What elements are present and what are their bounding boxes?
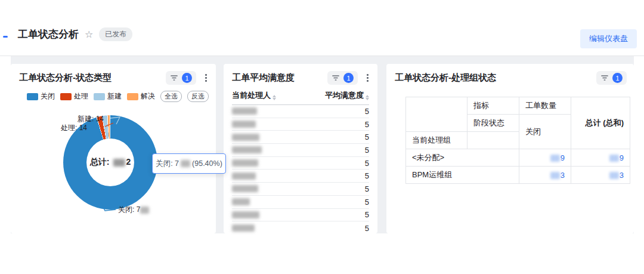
- column-header-score[interactable]: 平均满意度: [325, 90, 369, 101]
- panel2-more-menu[interactable]: [365, 72, 370, 84]
- collapse-dash-icon[interactable]: [3, 36, 8, 38]
- status-badge: 已发布: [99, 27, 132, 41]
- legend-swatch-closed: [27, 93, 38, 100]
- filter-count-badge: 1: [343, 73, 354, 83]
- donut-label-processing: 处理: 14: [61, 123, 87, 133]
- header-current-group: 当前处理组: [406, 132, 467, 149]
- header-indicator: 指标: [467, 97, 519, 115]
- panel-avg-satisfaction: 工单平均满意度 1 当前处理人 平均满意度 5 5 5 5: [224, 64, 377, 233]
- donut-chart[interactable]: [63, 115, 157, 210]
- donut-hole: [86, 138, 134, 186]
- panel3-title: 工单状态分析-处理组状态: [395, 72, 496, 84]
- select-all-button[interactable]: 全选: [160, 91, 182, 102]
- closed-value-cell[interactable]: 9: [519, 149, 571, 167]
- header-stage-status: 阶段状态: [467, 115, 519, 132]
- table-row: BPM运维组 3 3: [406, 167, 630, 184]
- empty-cell: [467, 132, 519, 149]
- donut-label-closed: 关闭: 7: [118, 205, 149, 215]
- table-row[interactable]: 5: [232, 105, 369, 118]
- donut-tooltip: 关闭: 7(95.40%): [152, 153, 226, 174]
- table-row[interactable]: 5: [232, 131, 369, 144]
- favorite-star-icon[interactable]: ☆: [85, 29, 93, 40]
- column-header-person[interactable]: 当前处理人: [232, 90, 276, 101]
- row-label: BPM运维组: [406, 167, 519, 184]
- invert-selection-button[interactable]: 反选: [187, 91, 209, 102]
- empty-corner-cell: [406, 97, 467, 132]
- table-row[interactable]: 5: [232, 196, 369, 209]
- panel3-filter-button[interactable]: 1: [596, 71, 627, 85]
- table-row[interactable]: 5: [232, 144, 369, 157]
- table-row[interactable]: 5: [232, 157, 369, 170]
- legend-item-resolved[interactable]: 解决: [127, 91, 155, 101]
- filter-count-badge: 1: [612, 73, 623, 83]
- legend-label-resolved: 解决: [141, 91, 155, 101]
- header-closed: 关闭: [519, 115, 571, 149]
- sort-icon[interactable]: [366, 95, 369, 100]
- legend-item-new[interactable]: 新建: [94, 91, 122, 101]
- table-row[interactable]: 5: [232, 118, 369, 131]
- table-row[interactable]: 5: [232, 170, 369, 183]
- legend-item-closed[interactable]: 关闭: [27, 91, 55, 101]
- legend-label-processing: 处理: [74, 91, 88, 101]
- panel2-title: 工单平均满意度: [232, 72, 295, 84]
- panel-status-type: 工单状态分析-状态类型 1 关闭 处理 新建: [11, 64, 216, 233]
- donut-legend: 关闭 处理 新建 解决 全选 反选: [11, 85, 216, 102]
- sort-icon[interactable]: [273, 95, 276, 100]
- panel1-filter-button[interactable]: 1: [166, 71, 196, 85]
- header-total: 总计 (总和): [571, 97, 630, 149]
- legend-label-new: 新建: [107, 91, 122, 101]
- panel-group-status: 工单状态分析-处理组状态 1 指标 工单数量 总计 (总和) 阶段状态 关闭: [386, 64, 634, 233]
- filter-funnel-icon: [170, 74, 178, 82]
- donut-center-total: 总计: 2: [90, 157, 131, 168]
- page-header: 工单状态分析 ☆ 已发布 编辑仪表盘: [0, 0, 644, 56]
- panel1-more-menu[interactable]: [203, 72, 209, 84]
- header-ticket-count: 工单数量: [519, 97, 571, 115]
- legend-label-closed: 关闭: [41, 91, 55, 101]
- legend-swatch-new: [94, 93, 105, 100]
- filter-count-badge: 1: [182, 73, 192, 83]
- table-row: <未分配> 9 9: [406, 149, 630, 167]
- table-row[interactable]: 5: [232, 183, 369, 196]
- total-value-cell[interactable]: 9: [571, 149, 630, 167]
- edit-dashboard-button[interactable]: 编辑仪表盘: [580, 29, 637, 48]
- panel2-filter-button[interactable]: 1: [327, 71, 358, 85]
- page-title: 工单状态分析: [18, 27, 79, 41]
- group-status-table: 指标 工单数量 总计 (总和) 阶段状态 关闭 当前处理组 <未分配> 9 9 …: [405, 97, 630, 184]
- closed-value-cell[interactable]: 3: [519, 167, 571, 184]
- dashboard-canvas: 工单状态分析-状态类型 1 关闭 处理 新建: [11, 56, 634, 233]
- legend-swatch-resolved: [127, 93, 138, 100]
- legend-item-processing[interactable]: 处理: [60, 91, 88, 101]
- donut-label-new: 新建: 14: [78, 114, 104, 124]
- panel1-title: 工单状态分析-状态类型: [19, 72, 112, 84]
- filter-funnel-icon: [600, 74, 609, 82]
- total-value-cell[interactable]: 3: [571, 167, 630, 184]
- filter-funnel-icon: [332, 74, 340, 82]
- legend-swatch-processing: [60, 93, 72, 100]
- table-row[interactable]: 5: [232, 221, 369, 235]
- row-label: <未分配>: [406, 149, 519, 167]
- table-row[interactable]: 5: [232, 209, 369, 222]
